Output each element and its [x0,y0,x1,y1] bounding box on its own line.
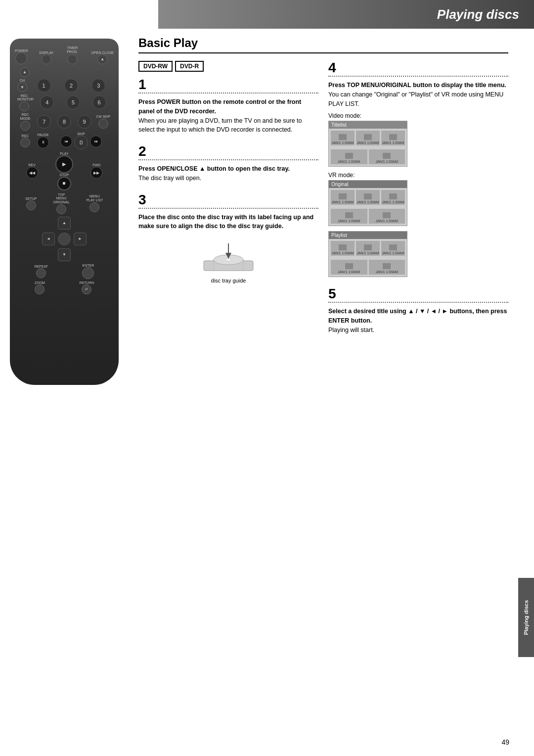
cm-skip-label: CM SKIP [96,115,111,119]
display-button[interactable] [42,54,51,64]
num-3-button[interactable]: 3 [91,79,105,93]
timer-prog-button[interactable] [67,54,77,64]
titlelist-label: Titlelist [329,121,407,129]
power-button[interactable] [15,52,27,64]
original-label: Original [329,181,407,188]
step-2-number: 2 [138,144,318,158]
orig-cell-4: JAN/1 1:00AM [331,209,367,224]
playlist-bottom: JAN/1 1:00AM JAN/1 1:00AM [329,258,407,277]
playlist-screen: Playlist JAN/1 1:00AM JAN/1 1:00AM [328,231,407,277]
nav-up-button[interactable]: ▲ [58,217,71,230]
svg-point-2 [226,259,231,261]
power-label: POWER [15,49,28,52]
rec-label: REC [22,134,29,138]
enter-button[interactable] [82,267,94,279]
original-body: JAN/1 1:00AM JAN/1 1:00AM JAN/1 1:00AM [329,188,407,207]
num-1-button[interactable]: 1 [37,79,51,93]
play-button[interactable]: ▶ [55,155,73,173]
skip-back-button[interactable]: ⏮ [60,136,72,147]
top-menu-label: TOP MENU ORIGINAL [53,193,70,204]
timer-prog-label: TIMER PROG. [65,46,80,54]
ch-up-button[interactable]: ▲ [20,67,30,77]
rev-label: REV [28,163,35,167]
ch-down-button[interactable]: ▼ [17,82,27,92]
orig-cell-3: JAN/1 1:00AM [381,190,405,205]
enter-label: ENTER [83,264,94,267]
steps-right: 4 Press TOP MENU/ORIGINAL button to disp… [328,61,508,749]
step-3-text: Place the disc onto the disc tray with i… [138,213,318,232]
repeat-button[interactable] [36,268,46,278]
orig-cell-1: JAN/1 1:00AM [331,190,355,205]
num-7-button[interactable]: 7 [37,115,51,129]
menu-play-list-label: MENU PLAY LIST [86,194,103,202]
right-content: Basic Play DVD-RW DVD-R 1 Press POWER bu… [129,29,518,756]
play-cell-4: JAN/1 1:00AM [331,260,367,275]
open-close-label: OPEN CLOSE [91,51,114,54]
rec-mode-button[interactable] [20,121,30,131]
nav-cross: ▲ ▼ ◄ ► [42,217,87,261]
cm-skip-button[interactable] [98,119,108,129]
return-label: RETURN [80,281,94,284]
fwd-label: FWD [92,163,100,167]
nav-down-button[interactable]: ▼ [58,248,71,261]
pause-button[interactable]: ⏸ [37,137,49,148]
rev-button[interactable]: ◀◀ [26,167,38,179]
step-5-dots [328,302,508,303]
dvd-rw-badge: DVD-RW [138,61,173,72]
rec-monitor-button[interactable] [19,101,29,111]
play-cell-5: JAN/1 1:00AM [369,260,405,275]
num-9-button[interactable]: 9 [78,115,91,129]
step-4-number: 4 [328,61,508,75]
setup-button[interactable] [26,200,36,210]
num-5-button[interactable]: 5 [66,95,80,109]
page-title: Playing discs [437,7,519,22]
step-3-bold: Place the disc onto the disc tray with i… [138,214,313,230]
num-4-button[interactable]: 4 [40,95,54,109]
zoom-button[interactable] [35,284,44,294]
num-8-button[interactable]: 8 [57,115,71,129]
display-label: DISPLAY [39,51,53,54]
num-6-button[interactable]: 6 [92,95,106,109]
step-4: 4 Press TOP MENU/ORIGINAL button to disp… [328,61,508,277]
orig-cell-5: JAN/1 1:00AM [369,209,405,224]
step-4-text: Press TOP MENU/ORIGINAL button to displa… [328,81,508,108]
disc-tray-area: disc tray guide [138,236,318,284]
pause-label: PAUSE [37,133,48,137]
top-menu-button[interactable] [56,204,66,214]
fwd-button[interactable]: ▶▶ [90,167,102,179]
playlist-body: JAN/1 1:00AM JAN/1 1:00AM JAN/1 1:00AM [329,239,407,258]
rec-button[interactable] [20,138,30,147]
return-button[interactable]: ↵ [82,284,91,294]
vr-mode-label: VR mode: [328,172,508,179]
menu-play-list-button[interactable] [89,202,99,212]
play-cell-2: JAN/1 1:00AM [356,241,380,256]
step-3-number: 3 [138,193,318,207]
step-5-bold: Select a desired title using ▲ / ▼ / ◄ /… [328,308,507,324]
nav-center-button[interactable] [58,233,71,245]
stop-button[interactable]: ⏹ [57,177,71,190]
page-number: 49 [501,738,509,746]
playlist-label: Playlist [329,232,407,239]
open-close-button[interactable]: ▲ [97,54,107,64]
nav-right-button[interactable]: ► [74,233,87,245]
header-bar: Playing discs [158,0,534,29]
stop-label: STOP [60,173,69,177]
disc-tray-label: disc tray guide [211,278,246,284]
num-0-button[interactable]: 0 [74,136,88,149]
step-4-bold: Press TOP MENU/ORIGINAL button to displa… [328,82,506,89]
thumb-cell-5: JAN/1 1:00AM [369,149,405,164]
steps-container: DVD-RW DVD-R 1 Press POWER button on the… [138,61,508,749]
main-content: POWER DISPLAY TIMER PROG. OPEN CLOSE ▲ [0,29,518,756]
original-screen: Original JAN/1 1:00AM JAN/1 1:00AM [328,180,407,226]
skip-label: SKIP [77,132,85,136]
skip-fwd-button[interactable]: ⏭ [90,136,102,147]
step-1-bold: Press POWER button on the remote control… [138,98,301,115]
titlelist-screen: Titlelist JAN/1 1:00AM JAN/1 1:00AM [328,121,407,167]
nav-left-button[interactable]: ◄ [42,233,55,245]
thumb-cell-1: JAN/1 1:00AM [331,131,355,145]
setup-label: SETUP [25,197,37,200]
titlelist-bottom: JAN/1 1:00AM JAN/1 1:00AM [329,147,407,166]
orig-cell-2: JAN/1 1:00AM [356,190,380,205]
num-2-button[interactable]: 2 [64,79,78,93]
step-3-dots [138,208,318,209]
